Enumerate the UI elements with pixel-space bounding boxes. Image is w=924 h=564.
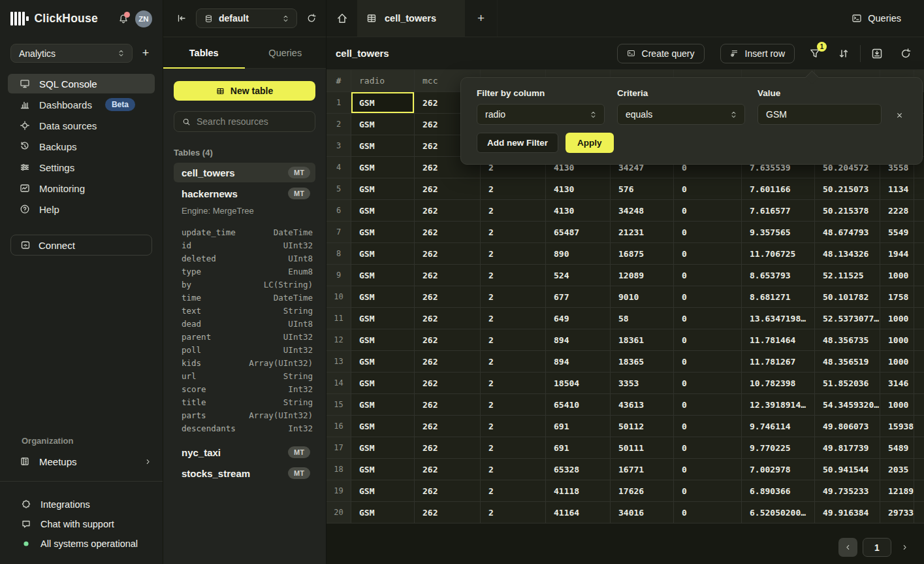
workspace-selector[interactable]: Analytics	[10, 44, 133, 63]
create-query-button[interactable]: Create query	[617, 44, 705, 63]
collapse-panel-icon[interactable]	[176, 13, 187, 24]
download-button[interactable]	[871, 48, 883, 59]
cell[interactable]: 262	[415, 286, 481, 308]
cell[interactable]: 262	[415, 243, 481, 265]
cell[interactable]: 18361	[611, 329, 674, 351]
footer-item-chat-with-support[interactable]: Chat with support	[0, 514, 163, 534]
cell[interactable]: 50.941544	[815, 459, 880, 480]
cell[interactable]: 0	[674, 200, 742, 222]
cell[interactable]: 1000	[880, 351, 914, 373]
cell[interactable]: 50.215378	[815, 200, 880, 222]
cell[interactable]: 262	[415, 373, 481, 394]
cell[interactable]: 49.916384	[815, 502, 880, 523]
cell[interactable]: 262	[415, 480, 481, 502]
cell[interactable]: 9.746114	[742, 416, 815, 437]
cell[interactable]: 2	[481, 265, 546, 286]
previous-page-button[interactable]	[838, 538, 857, 557]
cell[interactable]: 2035	[880, 459, 914, 480]
add-new-filter-button[interactable]: Add new Filter	[477, 133, 558, 153]
cell[interactable]: GSM	[351, 459, 415, 480]
cell[interactable]: 48.356519	[815, 351, 880, 373]
cell[interactable]: 18504	[546, 373, 611, 394]
cell[interactable]: 12.3918914…	[742, 394, 815, 416]
new-tab-button[interactable]: +	[465, 0, 498, 37]
cell[interactable]: 51.852036	[815, 373, 880, 394]
cell[interactable]: GSM	[351, 373, 415, 394]
cell[interactable]: 11.781464	[742, 329, 815, 351]
cell[interactable]: 262	[415, 329, 481, 351]
sort-button[interactable]	[838, 48, 850, 59]
cell[interactable]: 4130	[546, 178, 611, 200]
cell[interactable]: 50111	[611, 437, 674, 459]
cell[interactable]: 894	[546, 351, 611, 373]
cell[interactable]: GSM	[351, 502, 415, 523]
cell[interactable]: 2	[481, 480, 546, 502]
cell[interactable]: 2	[481, 416, 546, 437]
cell[interactable]: 52.5373077…	[815, 308, 880, 329]
cell[interactable]: GSM	[351, 286, 415, 308]
cell[interactable]: 2	[481, 178, 546, 200]
cell[interactable]: 2	[481, 286, 546, 308]
cell[interactable]: GSM	[351, 114, 415, 135]
cell[interactable]: GSM	[351, 394, 415, 416]
cell[interactable]: 262	[415, 178, 481, 200]
cell[interactable]: 0	[674, 178, 742, 200]
cell[interactable]: 49.817739	[815, 437, 880, 459]
cell[interactable]: 17626	[611, 480, 674, 502]
home-button[interactable]	[327, 0, 357, 37]
cell[interactable]: 1000	[880, 308, 914, 329]
tab-queries[interactable]: Queries	[245, 37, 327, 68]
grid-header-cell[interactable]: radio	[351, 70, 415, 92]
cell[interactable]: 29733	[880, 502, 914, 523]
refresh-schema-icon[interactable]	[306, 13, 317, 24]
cell[interactable]: 11.706725	[742, 243, 815, 265]
cell[interactable]: 7.002978	[742, 459, 815, 480]
cell[interactable]: GSM	[351, 265, 415, 286]
cell[interactable]: 54.3459320…	[815, 394, 880, 416]
cell[interactable]: GSM	[351, 157, 415, 178]
table-item-nyc-taxi[interactable]: nyc_taxiMT	[174, 442, 315, 462]
cell[interactable]: 34016	[611, 502, 674, 523]
cell[interactable]: 65410	[546, 394, 611, 416]
cell[interactable]: 18365	[611, 351, 674, 373]
cell[interactable]: 10.782398	[742, 373, 815, 394]
cell[interactable]: 524	[546, 265, 611, 286]
cell[interactable]: 0	[674, 373, 742, 394]
cell[interactable]: 50112	[611, 416, 674, 437]
insert-row-button[interactable]: Insert row	[720, 44, 795, 63]
cell[interactable]: 49.806073	[815, 416, 880, 437]
cell[interactable]: 2	[481, 351, 546, 373]
cell[interactable]: 58	[611, 308, 674, 329]
tab-cell-towers[interactable]: cell_towers	[357, 0, 465, 37]
add-workspace-button[interactable]: +	[139, 46, 152, 60]
cell[interactable]: GSM	[351, 92, 415, 114]
avatar[interactable]: ZN	[135, 10, 152, 27]
next-page-button[interactable]	[900, 543, 909, 552]
cell[interactable]: 65328	[546, 459, 611, 480]
cell[interactable]: 21231	[611, 222, 674, 243]
cell[interactable]: 7.601166	[742, 178, 815, 200]
cell[interactable]: 2228	[880, 200, 914, 222]
database-selector[interactable]: default	[196, 8, 297, 28]
cell[interactable]: 65487	[546, 222, 611, 243]
cell[interactable]: 262	[415, 416, 481, 437]
remove-filter-button[interactable]	[892, 108, 906, 122]
sidebar-item-settings[interactable]: Settings	[8, 158, 155, 177]
cell[interactable]: GSM	[351, 329, 415, 351]
cell[interactable]: 12189	[880, 480, 914, 502]
cell[interactable]: 13.6347198…	[742, 308, 815, 329]
cell[interactable]: 50.101782	[815, 286, 880, 308]
cell[interactable]: 262	[415, 437, 481, 459]
cell[interactable]: 2	[481, 394, 546, 416]
cell[interactable]: 0	[674, 222, 742, 243]
cell[interactable]: 2	[481, 222, 546, 243]
cell[interactable]: 0	[674, 502, 742, 523]
cell[interactable]: 0	[674, 265, 742, 286]
notifications-bell-icon[interactable]	[118, 14, 129, 24]
cell[interactable]: 576	[611, 178, 674, 200]
cell[interactable]: 2	[481, 502, 546, 523]
cell[interactable]: 0	[674, 416, 742, 437]
table-item-cell-towers[interactable]: cell_towersMT	[174, 163, 315, 182]
sidebar-item-dashboards[interactable]: DashboardsBeta	[8, 95, 155, 114]
cell[interactable]: 677	[546, 286, 611, 308]
